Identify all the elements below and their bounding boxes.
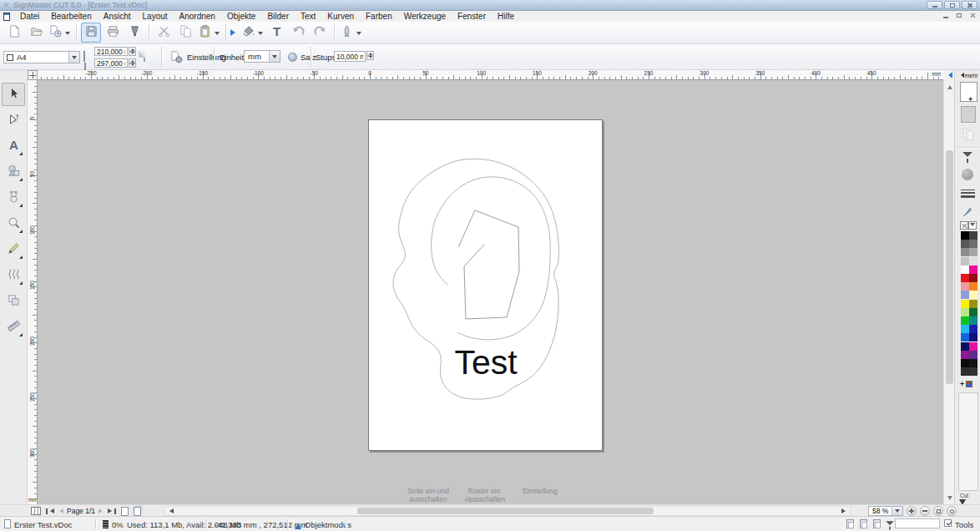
drawing-text[interactable]: Test	[454, 343, 518, 382]
palette-color-swatch[interactable]	[969, 308, 977, 316]
palette-color-swatch[interactable]	[961, 257, 969, 266]
palette-color-swatch[interactable]	[961, 274, 969, 282]
canvas-hint-button[interactable]: Einstellung	[507, 488, 573, 496]
palette-color-swatch[interactable]	[961, 240, 969, 248]
open-button[interactable]	[26, 23, 46, 43]
shapes-tool-button[interactable]	[2, 160, 25, 184]
document-restore-button[interactable]	[955, 12, 963, 19]
palette-color-swatch[interactable]	[969, 274, 977, 282]
palette-color-swatch[interactable]	[969, 333, 977, 341]
dropdown-arrow-icon[interactable]	[215, 32, 220, 38]
dropdown-arrow-icon[interactable]	[258, 32, 263, 38]
measure-tool-button[interactable]	[2, 316, 25, 339]
menu-bearbeiten[interactable]: Bearbeiten	[45, 11, 97, 22]
palette-color-swatch[interactable]	[961, 266, 969, 274]
palette-color-swatch[interactable]	[969, 231, 977, 240]
ruler-origin-button[interactable]	[28, 70, 38, 80]
palette-color-swatch[interactable]	[969, 342, 977, 351]
unit-select[interactable]: mm	[244, 50, 280, 63]
paste-button[interactable]	[197, 23, 221, 43]
horizontal-scrollbar[interactable]	[164, 506, 851, 516]
palette-color-swatch[interactable]	[961, 367, 969, 376]
palette-color-swatch[interactable]	[961, 351, 969, 359]
zoom-out-button[interactable]	[920, 506, 930, 516]
palette-color-swatch[interactable]	[969, 351, 977, 359]
status-input[interactable]	[895, 518, 940, 528]
palette-color-swatch[interactable]	[969, 266, 977, 274]
fill-style-icon[interactable]	[962, 169, 973, 180]
palette-color-swatch[interactable]	[969, 359, 977, 367]
redo-button[interactable]	[310, 23, 330, 43]
print-button[interactable]	[103, 23, 123, 43]
horizontal-scroll-thumb[interactable]	[357, 508, 654, 514]
node-edit-tool-button[interactable]	[2, 109, 25, 132]
palette-color-swatch[interactable]	[969, 325, 977, 333]
blank-page-icon[interactable]	[144, 51, 145, 62]
import-button[interactable]	[48, 23, 72, 43]
zoom-selection-button[interactable]	[947, 506, 957, 516]
panel-more-button[interactable]: mehr	[957, 71, 979, 79]
draw-tool-button[interactable]	[2, 238, 25, 261]
distort-tool-button[interactable]	[2, 264, 25, 287]
palette-color-swatch[interactable]	[961, 342, 969, 351]
page-height-input[interactable]	[94, 58, 128, 68]
dropdown-arrow-icon[interactable]	[356, 32, 361, 38]
menu-ansicht[interactable]: Ansicht	[98, 11, 137, 22]
menu-anordnen[interactable]: Anordnen	[174, 11, 221, 22]
canvas-workspace[interactable]: Test Seite ein-undausschaltenRaster ein-…	[38, 80, 943, 504]
text-tool-button[interactable]	[266, 23, 286, 43]
collapse-panel-button[interactable]	[943, 70, 954, 80]
palette-color-swatch[interactable]	[969, 282, 977, 291]
nudge-input[interactable]	[334, 51, 366, 62]
duplicate-page-icon[interactable]	[134, 507, 141, 516]
line-styles-icon[interactable]	[961, 188, 975, 200]
palette-color-swatch[interactable]	[961, 333, 969, 341]
page-width-stepper[interactable]	[129, 47, 136, 56]
add-palette-button[interactable]: +	[960, 380, 972, 388]
new-document-button[interactable]	[4, 23, 24, 43]
tools-checkbox[interactable]	[944, 519, 952, 527]
zoom-level-select[interactable]: 58 %	[868, 506, 903, 516]
palette-color-swatch[interactable]	[961, 231, 969, 240]
menu-farben[interactable]: Farben	[360, 11, 398, 22]
add-color-plus-icon[interactable]: +	[968, 95, 972, 104]
document-close-button[interactable]	[968, 12, 977, 19]
menu-datei[interactable]: Datei	[14, 11, 45, 22]
document-minimize-button[interactable]	[942, 12, 950, 19]
palette-color-swatch[interactable]	[969, 316, 977, 325]
palette-color-swatch[interactable]	[961, 248, 969, 256]
flyout-arrow-icon[interactable]	[230, 23, 240, 43]
palette-color-swatch[interactable]	[961, 282, 969, 291]
page-height-stepper[interactable]	[129, 58, 136, 68]
menu-fenster[interactable]: Fenster	[452, 11, 492, 22]
menu-text[interactable]: Text	[295, 11, 321, 22]
save-button[interactable]	[81, 23, 101, 43]
clipart-tool-button[interactable]	[2, 186, 25, 210]
palette-color-swatch[interactable]	[969, 248, 977, 256]
add-page-icon[interactable]	[121, 507, 129, 516]
dropdown-arrow-icon[interactable]	[65, 32, 70, 38]
vertical-scroll-thumb[interactable]	[946, 150, 953, 384]
no-color-swatch[interactable]	[960, 221, 968, 230]
nudge-stepper[interactable]	[366, 51, 374, 60]
palette-filter-button[interactable]	[968, 221, 977, 230]
grid-toggle-icon[interactable]	[31, 507, 41, 515]
close-button[interactable]	[962, 1, 977, 9]
fill-bucket-button[interactable]	[240, 23, 265, 43]
plot-button[interactable]	[339, 23, 363, 43]
contour-cut-outline-inner[interactable]	[432, 177, 551, 340]
zoom-in-button[interactable]	[907, 506, 917, 516]
zoom-tool-button[interactable]	[2, 212, 25, 235]
minimize-button[interactable]	[927, 1, 942, 9]
chevron-down-icon[interactable]	[68, 52, 79, 63]
clipboard-icon[interactable]	[846, 519, 854, 528]
scroll-right-button[interactable]	[840, 507, 850, 515]
palette-color-swatch[interactable]	[969, 300, 977, 308]
first-page-button[interactable]	[45, 507, 55, 515]
last-page-button[interactable]	[107, 507, 117, 515]
chevron-down-icon[interactable]	[269, 51, 280, 62]
scroll-left-button[interactable]	[165, 507, 175, 515]
color-filter-icon[interactable]	[962, 152, 972, 162]
vertical-scrollbar[interactable]	[943, 80, 954, 504]
undo-button[interactable]	[288, 23, 308, 43]
